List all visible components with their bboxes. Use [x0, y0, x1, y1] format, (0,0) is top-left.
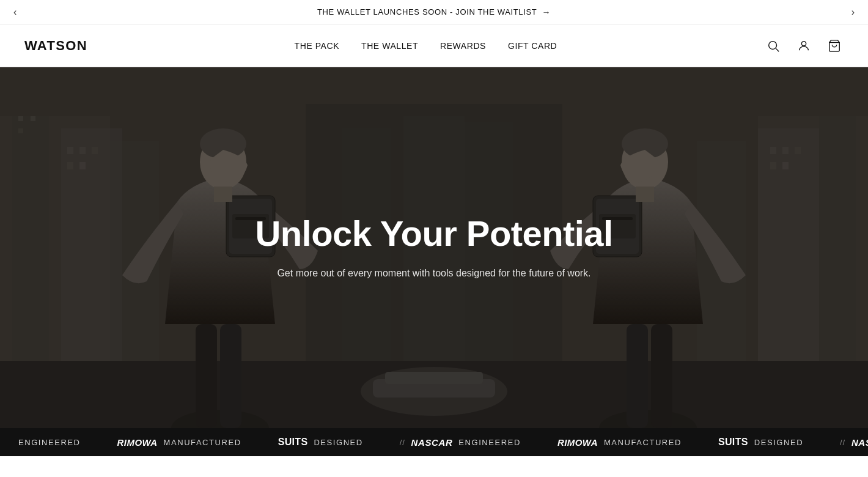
nav-icons	[764, 37, 844, 55]
nav-item-rewards: REWARDS	[440, 40, 486, 51]
announcement-arrow-icon: →	[542, 7, 551, 17]
search-icon	[767, 39, 780, 53]
hero-content: Unlock Your Potential Get more out of ev…	[220, 214, 648, 281]
nav-item-the-pack: THE PACK	[295, 40, 339, 51]
svg-point-2	[801, 41, 806, 45]
ticker-item-suits-1: SUITS DESIGNED	[260, 437, 381, 448]
announcement-prev-button[interactable]: ‹	[6, 2, 24, 23]
nav-item-the-wallet: THE WALLET	[361, 40, 418, 51]
ticker-track: ENGINEERED RIMOWA MANUFACTURED SUITS DES…	[0, 437, 868, 448]
search-button[interactable]	[764, 37, 782, 55]
main-nav: THE PACK THE WALLET REWARDS GIFT CARD	[295, 40, 557, 51]
ticker-item-rimowa-1: RIMOWA MANUFACTURED	[99, 437, 260, 448]
announcement-next-button[interactable]: ›	[844, 2, 862, 23]
logo[interactable]: WATSON	[24, 38, 87, 54]
hero-subtitle: Get more out of every moment with tools …	[220, 265, 648, 281]
svg-point-0	[769, 41, 777, 49]
nav-links: THE PACK THE WALLET REWARDS GIFT CARD	[295, 40, 557, 51]
nav-link-gift-card[interactable]: GIFT CARD	[508, 41, 557, 51]
header: WATSON THE PACK THE WALLET REWARDS GIFT …	[0, 24, 868, 67]
announcement-bar: ‹ THE WALLET LAUNCHES SOON - JOIN THE WA…	[0, 0, 868, 24]
announcement-message: THE WALLET LAUNCHES SOON - JOIN THE WAIT…	[317, 7, 537, 17]
announcement-text: THE WALLET LAUNCHES SOON - JOIN THE WAIT…	[317, 7, 551, 17]
ticker-item-suits-2: SUITS DESIGNED	[700, 437, 822, 448]
nav-link-the-wallet[interactable]: THE WALLET	[361, 41, 418, 51]
hero-title: Unlock Your Potential	[220, 214, 648, 253]
ticker-item-rimowa-2: RIMOWA MANUFACTURED	[539, 437, 700, 448]
hero-city-bg	[0, 67, 868, 320]
ticker-bar: ENGINEERED RIMOWA MANUFACTURED SUITS DES…	[0, 428, 868, 456]
nav-item-gift-card: GIFT CARD	[508, 40, 557, 51]
ticker-item-nascar-1: // NASCAR ENGINEERED	[381, 437, 539, 448]
login-button[interactable]	[795, 37, 813, 55]
svg-line-1	[776, 48, 779, 51]
ticker-item-engineered-1: ENGINEERED	[0, 438, 99, 447]
ticker-item-nascar-2: // NASCAR ENGINEERED	[822, 437, 868, 448]
nav-link-rewards[interactable]: REWARDS	[440, 41, 486, 51]
hero-section: Unlock Your Potential Get more out of ev…	[0, 67, 868, 428]
cart-icon	[828, 39, 841, 53]
user-icon	[797, 39, 811, 53]
cart-button[interactable]	[825, 37, 844, 55]
nav-link-the-pack[interactable]: THE PACK	[295, 41, 339, 51]
